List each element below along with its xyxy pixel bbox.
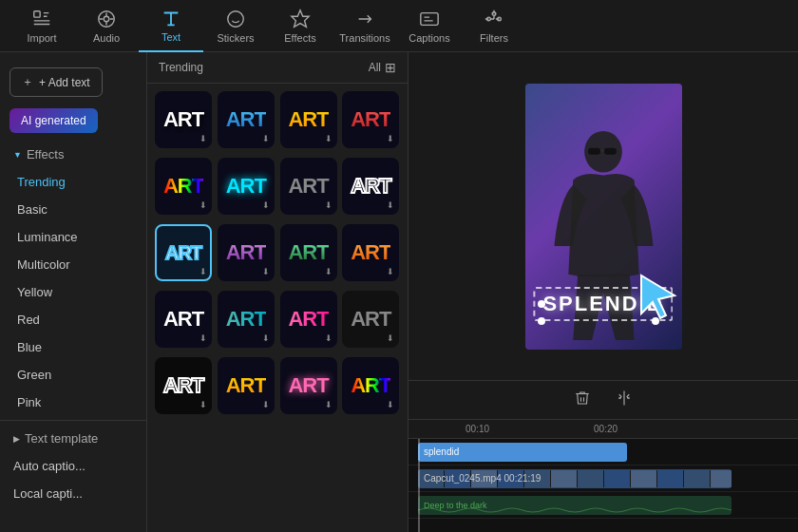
effect-item[interactable]: ART ⬇ bbox=[218, 91, 275, 148]
effect-item[interactable]: ART ⬇ bbox=[280, 224, 337, 281]
effect-label: ART bbox=[288, 107, 328, 132]
video-clip[interactable]: Capcut_0245.mp4 00:21:19 bbox=[418, 469, 732, 488]
effect-label: ART bbox=[163, 373, 203, 398]
effect-item[interactable]: ART ⬇ bbox=[218, 158, 275, 215]
effect-item[interactable]: ART ⬇ bbox=[342, 357, 399, 414]
timeline-tracks: splendid Capcut_0245.mp4 00:21:19 bbox=[408, 439, 798, 532]
svg-rect-10 bbox=[588, 147, 600, 154]
effect-label: ART bbox=[288, 240, 328, 265]
timeline-controls bbox=[408, 380, 798, 420]
sidebar-trending[interactable]: Trending bbox=[0, 168, 146, 196]
download-icon: ⬇ bbox=[325, 400, 332, 409]
download-icon: ⬇ bbox=[262, 333, 270, 343]
all-filter-button[interactable]: All ⊞ bbox=[369, 60, 396, 75]
delete-button[interactable] bbox=[571, 387, 594, 413]
effects-row-1: ART ⬇ ART ⬇ ART ⬇ ART ⬇ bbox=[155, 91, 400, 148]
effect-item[interactable]: ART ⬇ bbox=[155, 224, 212, 281]
effect-label: ART bbox=[226, 240, 266, 265]
download-icon: ⬇ bbox=[200, 400, 207, 409]
effect-item[interactable]: ART ⬇ bbox=[155, 357, 212, 414]
effect-item[interactable]: ART ⬇ bbox=[342, 91, 399, 148]
effect-label: ART bbox=[226, 174, 266, 199]
download-icon: ⬇ bbox=[200, 267, 207, 276]
sidebar-auto-caption[interactable]: Auto captio... bbox=[0, 452, 146, 480]
effect-item[interactable]: ART ⬇ bbox=[218, 224, 275, 281]
effect-item[interactable]: ART ⬇ bbox=[155, 291, 212, 348]
effect-label: ART bbox=[226, 107, 266, 132]
svg-marker-13 bbox=[641, 276, 674, 318]
sidebar-blue[interactable]: Blue bbox=[0, 333, 146, 361]
sidebar-effects-header[interactable]: ▼ Effects bbox=[0, 141, 146, 168]
effect-label: ART bbox=[288, 307, 328, 332]
nav-text[interactable]: Text bbox=[139, 0, 203, 52]
track-row-video: Capcut_0245.mp4 00:21:19 bbox=[408, 466, 798, 492]
effect-item[interactable]: ART ⬇ bbox=[155, 158, 212, 215]
text-clip[interactable]: splendid bbox=[418, 443, 627, 462]
effect-label: ART bbox=[288, 174, 328, 199]
download-icon: ⬇ bbox=[387, 333, 394, 343]
nav-transitions[interactable]: Transitions bbox=[332, 0, 397, 52]
svg-rect-5 bbox=[421, 12, 438, 25]
effects-row-3: ART ⬇ ART ⬇ ART ⬇ ART ⬇ bbox=[155, 224, 400, 281]
timeline-ruler: 00:10 00:20 bbox=[408, 420, 798, 439]
chevron-right-icon: ▶ bbox=[13, 434, 20, 444]
download-icon: ⬇ bbox=[325, 333, 332, 343]
sidebar-local-caption[interactable]: Local capti... bbox=[0, 480, 146, 507]
effects-row-4: ART ⬇ ART ⬇ ART ⬇ ART ⬇ bbox=[155, 291, 400, 348]
nav-captions[interactable]: Captions bbox=[397, 0, 462, 52]
effect-item[interactable]: ART ⬇ bbox=[280, 91, 337, 148]
effect-label: ART bbox=[163, 174, 203, 199]
audio-clip[interactable]: Deep to the dark bbox=[418, 496, 732, 515]
sidebar-basic[interactable]: Basic bbox=[0, 196, 146, 223]
effect-item[interactable]: ART ⬇ bbox=[280, 158, 337, 215]
ai-generated-button[interactable]: AI generated bbox=[10, 108, 98, 133]
download-icon: ⬇ bbox=[387, 267, 394, 276]
download-icon: ⬇ bbox=[387, 400, 394, 409]
effect-item[interactable]: ART ⬇ bbox=[155, 91, 212, 148]
download-icon: ⬇ bbox=[325, 134, 332, 143]
download-icon: ⬇ bbox=[262, 400, 270, 409]
effects-panel-header: Trending All ⊞ bbox=[147, 52, 408, 84]
effect-item[interactable]: ART ⬇ bbox=[218, 357, 275, 414]
effect-label: ART bbox=[288, 373, 328, 398]
effect-item[interactable]: ART ⬇ bbox=[342, 224, 399, 281]
effects-row-5: ART ⬇ ART ⬇ ART ⬇ ART ⬇ bbox=[155, 357, 400, 414]
top-nav: Import Audio Text Stickers Effects Trans… bbox=[0, 0, 798, 52]
effect-item[interactable]: ART ⬇ bbox=[280, 357, 337, 414]
nav-filters[interactable]: Filters bbox=[462, 0, 526, 52]
effect-label: ART bbox=[351, 373, 390, 398]
sidebar-red[interactable]: Red bbox=[0, 306, 146, 333]
sidebar-yellow[interactable]: Yellow bbox=[0, 278, 146, 306]
waveform bbox=[418, 505, 732, 515]
sidebar-multicolor[interactable]: Multicolor bbox=[0, 251, 146, 278]
thumb bbox=[684, 470, 711, 487]
effect-item[interactable]: ART ⬇ bbox=[342, 291, 399, 348]
effect-item[interactable]: ART ⬇ bbox=[218, 291, 275, 348]
download-icon: ⬇ bbox=[387, 200, 394, 210]
download-icon: ⬇ bbox=[200, 333, 207, 343]
selection-handle bbox=[538, 300, 545, 308]
sidebar-text-template-header[interactable]: ▶ Text template bbox=[0, 425, 146, 452]
add-text-button[interactable]: ＋ + Add text bbox=[10, 67, 103, 97]
nav-import[interactable]: Import bbox=[10, 0, 74, 52]
right-panel: SPLENDID 00:00:29:07 bbox=[408, 52, 798, 532]
split-button[interactable] bbox=[613, 387, 636, 413]
sidebar-pink[interactable]: Pink bbox=[0, 389, 146, 416]
download-icon: ⬇ bbox=[200, 134, 207, 143]
nav-effects[interactable]: Effects bbox=[268, 0, 332, 52]
download-icon: ⬇ bbox=[325, 267, 332, 276]
nav-audio[interactable]: Audio bbox=[74, 0, 139, 52]
effect-item[interactable]: ART ⬇ bbox=[280, 291, 337, 348]
thumb bbox=[578, 470, 604, 487]
sidebar-luminance[interactable]: Luminance bbox=[0, 223, 146, 251]
main-content: ＋ + Add text AI generated ▼ Effects Tren… bbox=[0, 52, 798, 532]
effect-label: ART bbox=[226, 373, 266, 398]
effects-panel: Trending All ⊞ ART ⬇ ART ⬇ ART ⬇ bbox=[147, 52, 408, 532]
trending-header-label: Trending bbox=[159, 61, 203, 74]
nav-stickers[interactable]: Stickers bbox=[203, 0, 268, 52]
sidebar-green[interactable]: Green bbox=[0, 361, 146, 389]
download-icon: ⬇ bbox=[262, 200, 270, 210]
effect-item[interactable]: ART ⬇ bbox=[342, 158, 399, 215]
preview-area: SPLENDID 00:00:29:07 bbox=[408, 52, 798, 380]
download-icon: ⬇ bbox=[325, 200, 332, 210]
